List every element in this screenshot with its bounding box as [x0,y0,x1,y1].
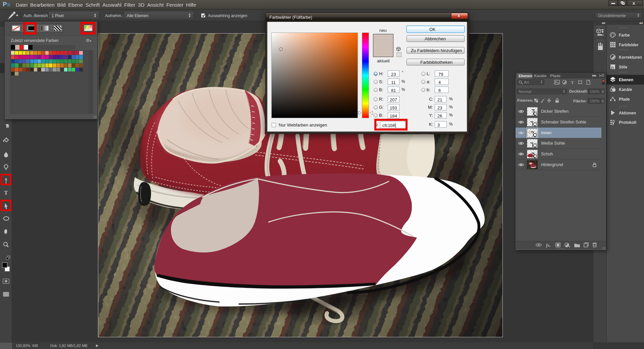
svg-text:fx: fx [611,66,614,69]
svg-text:T: T [571,80,574,85]
svg-text:fx.: fx. [546,243,551,248]
svg-text:T: T [4,190,8,196]
